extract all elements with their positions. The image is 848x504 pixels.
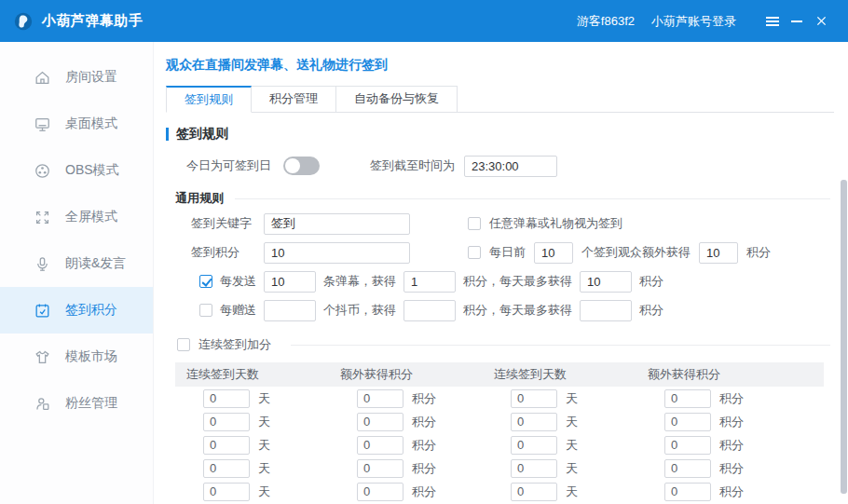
sidebar-item-read-speak[interactable]: 朗读&发言 [0,240,153,287]
per-gift-points-input[interactable] [403,300,456,321]
unit-label: 积分 [412,414,436,430]
table-cell: 天 [175,413,329,431]
streak-bonus-header: 连续签到加分 [166,334,834,355]
streak-value-input[interactable] [511,436,557,455]
sidebar-item-template-market[interactable]: 模板市场 [0,334,153,380]
deadline-label: 签到截至时间为 [370,157,455,174]
column-header: 额外获得积分 [636,366,790,383]
today-signin-label: 今日为可签到日 [186,157,271,174]
close-icon[interactable] [809,9,833,34]
column-header: 额外获得积分 [329,366,483,383]
streak-value-input[interactable] [357,389,403,408]
sidebar-item-signin-points[interactable]: 签到积分 [0,287,153,334]
main-content: 观众在直播间发弹幕、送礼物进行签到 签到规则 积分管理 自动备份与恢复 签到规则… [154,42,848,504]
table-cell: 天 [175,436,329,455]
unit-label: 积分 [719,460,744,477]
signin-points-input[interactable] [264,242,410,264]
per-danmaku-count-input[interactable] [264,271,316,293]
unit-label: 天 [258,484,270,500]
streak-value-input[interactable] [511,483,557,501]
streak-value-input[interactable] [357,459,403,478]
home-icon [34,69,51,87]
streak-value-input[interactable] [203,483,250,501]
streak-bonus-title: 连续签到加分 [198,336,271,353]
streak-value-input[interactable] [664,483,711,501]
keyword-input[interactable] [264,213,410,235]
any-danmaku-checkbox[interactable] [468,217,481,230]
streak-bonus-checkbox[interactable] [177,338,190,351]
minimize-icon[interactable] [785,9,809,34]
streak-value-input[interactable] [357,413,403,431]
keyword-row: 签到关键字 任意弹幕或礼物视为签到 [166,211,834,236]
unit-label: 积分 [412,460,436,477]
tab-backup-restore[interactable]: 自动备份与恢复 [335,86,458,112]
streak-value-input[interactable] [357,436,403,455]
window-controls [760,9,833,34]
guest-username[interactable]: 游客f863f2 [577,13,635,30]
daily-first-checkbox[interactable] [468,246,481,259]
table-cell: 积分 [636,483,790,501]
general-rules-title: 通用规则 [175,190,224,207]
per-gift-max-input[interactable] [580,300,632,321]
per-danmaku-points-input[interactable] [403,271,456,293]
deadline-time-input[interactable] [464,156,557,177]
section-header: 签到规则 [166,126,834,143]
sidebar-item-label: 粉丝管理 [65,395,117,412]
per-danmaku-checkbox[interactable] [199,275,212,288]
menu-icon[interactable] [760,9,785,34]
sidebar-item-label: 模板市场 [65,348,117,365]
per-danmaku-label-3: 积分，每天最多获得 [463,273,572,290]
today-signin-row: 今日为可签到日 签到截至时间为 [166,155,834,177]
general-rules-header: 通用规则 [166,190,834,207]
per-danmaku-row: 每发送 条弹幕，获得 积分，每天最多获得 积分 [166,269,834,293]
streak-value-input[interactable] [203,389,250,408]
streak-value-input[interactable] [511,413,557,431]
streak-value-input[interactable] [203,459,250,478]
table-row: 天积分天积分 [175,480,824,503]
sidebar-item-fullscreen-mode[interactable]: 全屏模式 [0,194,153,240]
per-danmaku-label-1: 每发送 [220,273,256,290]
sidebar-item-room-settings[interactable]: 房间设置 [0,54,153,101]
sidebar-item-obs-mode[interactable]: OBS模式 [0,147,153,194]
sidebar-item-label: 签到积分 [65,302,117,319]
titlebar-right: 游客f863f2 小葫芦账号登录 [577,9,833,34]
daily-first-label-3: 积分 [746,244,771,261]
unit-label: 天 [566,460,578,477]
divider [235,198,830,199]
desktop-icon [34,116,51,133]
unit-label: 天 [258,390,270,407]
sidebar-item-fans-manage[interactable]: 粉丝管理 [0,380,153,427]
streak-value-input[interactable] [664,389,711,408]
login-link[interactable]: 小葫芦账号登录 [651,13,736,30]
streak-value-input[interactable] [664,459,711,478]
tab-points-manage[interactable]: 积分管理 [251,86,336,112]
any-danmaku-label: 任意弹幕或礼物视为签到 [489,215,622,232]
sidebar: 房间设置 桌面模式 OBS模式 全屏模式 朗读&发言 签到积分 [0,42,154,504]
streak-table: 连续签到天数 额外获得积分 连续签到天数 额外获得积分 天积分天积分天积分天积分… [175,362,824,503]
table-cell: 天 [483,483,636,501]
streak-value-input[interactable] [203,413,250,431]
tab-signin-rules[interactable]: 签到规则 [166,86,252,113]
keyword-label: 签到关键字 [191,215,264,232]
unit-label: 积分 [412,390,436,407]
toggle-knob [285,158,300,173]
unit-label: 天 [258,414,270,430]
per-gift-count-input[interactable] [264,300,316,321]
per-gift-checkbox[interactable] [199,304,212,317]
streak-value-input[interactable] [357,483,403,501]
scrollbar-thumb[interactable] [841,180,847,494]
unit-label: 天 [258,437,270,454]
daily-first-points-input[interactable] [699,242,738,264]
streak-value-input[interactable] [664,436,711,455]
sidebar-item-label: 房间设置 [65,69,117,86]
sidebar-item-desktop-mode[interactable]: 桌面模式 [0,101,153,147]
today-signin-toggle[interactable] [283,157,320,175]
streak-value-input[interactable] [664,413,711,431]
sidebar-item-label: 朗读&发言 [65,255,126,272]
streak-value-input[interactable] [511,389,557,408]
table-cell: 天 [483,413,636,431]
daily-first-count-input[interactable] [534,242,573,264]
streak-value-input[interactable] [203,436,250,455]
per-danmaku-max-input[interactable] [580,271,632,293]
streak-value-input[interactable] [511,459,557,478]
